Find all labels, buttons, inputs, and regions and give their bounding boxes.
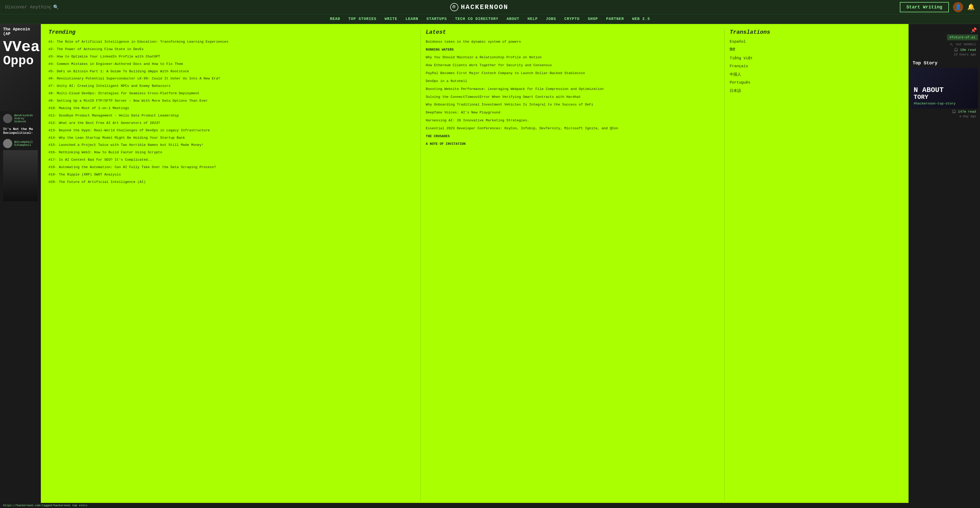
trending-item[interactable]: #17- Is AI Content Bad for SEO? It's Com… (48, 158, 415, 163)
top-story-image: N ABOUT TORY #hackernoon-top-story (911, 68, 978, 109)
trending-item[interactable]: #10- Making the Most of 1-on-1 Meetings (48, 106, 415, 111)
trending-item[interactable]: #3- How to Optimize Your LinkedIn Profil… (48, 54, 415, 59)
trending-item[interactable]: #2- The Power of Achieving Flow State in… (48, 47, 415, 52)
trending-item[interactable]: #19- The Ripple (XRP) SWOT Analysis (48, 173, 415, 177)
latest-item[interactable]: PayPal Becomes First Major Fintech Compa… (426, 71, 719, 76)
trending-item[interactable]: #18- Automating the Automation: Can AI F… (48, 165, 415, 170)
second-author-name: DJCampbell (14, 144, 33, 147)
trending-column: Trending #1- The Role of Artificial Inte… (48, 29, 420, 502)
translation-item[interactable]: Português (730, 80, 901, 85)
second-author-avatar[interactable] (3, 139, 12, 148)
latest-column: Latest Boldness takes in the dynamic sys… (420, 29, 724, 502)
pin-icon[interactable]: 📌 (970, 27, 977, 34)
latest-item[interactable]: Solving the ConnectTimeoutError When Ver… (426, 95, 719, 100)
search-area[interactable]: 🔍 (5, 4, 59, 10)
latest-item[interactable]: Deepfake Voices: AI's New Playground (426, 110, 719, 115)
search-input[interactable] (5, 5, 51, 10)
secondary-nav-item-crypto[interactable]: CRYPTO (564, 17, 579, 21)
secondary-nav-item-top-stories[interactable]: TOP STORIES (348, 17, 376, 21)
trending-item[interactable]: #13- Beyond the Hype: Real-World Challen… (48, 128, 415, 133)
latest-item[interactable]: Why Onboarding Traditional Investment Ve… (426, 102, 719, 107)
article-preview-title: It's Not the Ma Sociopolitical- (0, 126, 41, 136)
latest-item[interactable]: Why You Should Maintain a Relationship P… (426, 55, 719, 60)
translation-items-list: EspañolहिंदीTiếng ViệtFrançais中国人Portugu… (730, 40, 901, 93)
search-icon[interactable]: 🔍 (53, 4, 59, 10)
article-preview-text: It's Not the Ma Sociopolitical- (3, 127, 38, 135)
secondary-nav-item-web-2.5[interactable]: WEB 2.5 (632, 17, 650, 21)
trending-item[interactable]: #7- Unity AI: Creating Intelligent NPCs … (48, 84, 415, 89)
secondary-nav-item-help[interactable]: HELP (528, 17, 538, 21)
oppo-text: Oppo (3, 55, 34, 67)
trending-item[interactable]: #6- Revolutionary Potential Superconduct… (48, 77, 415, 81)
secondary-nav-item-tech-co-directory[interactable]: TECH CO DIRECTORY (455, 17, 498, 21)
trending-item[interactable]: #1- The Role of Artificial Intelligence … (48, 40, 415, 45)
translation-item[interactable]: 日本語 (730, 88, 901, 93)
author-name: Andrey Didovsk (14, 117, 38, 123)
latest-item[interactable]: Boldness takes in the dynamic system of … (426, 40, 719, 45)
main-container: The Apecoin (AP VVeak Oppo @andreydido A… (0, 24, 980, 506)
time-ago: 13 hours ago (911, 53, 978, 59)
latest-item[interactable]: Harnessing AI: 28 Innovative Marketing S… (426, 118, 719, 123)
trending-title: Trending (48, 29, 415, 35)
secondary-navigation: READTOP STORIESWRITELEARNSTARTUPSTECH CO… (0, 14, 980, 24)
second-story-image (3, 150, 38, 201)
secondary-nav-item-partner[interactable]: PARTNER (606, 17, 624, 21)
trending-item[interactable]: #5- DeFi on Bitcoin Part 1: A Guide To B… (48, 69, 415, 74)
trending-item[interactable]: #9- Setting Up a MinIO FTP/SFTP Server –… (48, 99, 415, 104)
trending-item[interactable]: #20- The Future of Artificial Intelligen… (48, 180, 415, 185)
translation-item[interactable]: Español (730, 40, 901, 44)
secondary-nav-item-startups[interactable]: STARTUPS (426, 17, 447, 21)
read-time: 🎧 10m read (911, 47, 978, 53)
latest-item[interactable]: Essential 2023 Developer Conferences: Ox… (426, 126, 719, 131)
translation-item[interactable]: 中国人 (730, 72, 901, 77)
translation-item[interactable]: Français (730, 64, 901, 69)
secondary-nav-item-write[interactable]: WRITE (385, 17, 397, 21)
model-text: o, our model) (948, 42, 978, 47)
latest-item[interactable]: A NOTE OF INVITATION (426, 142, 719, 146)
status-bar: https://hackernoon.com/tagged/hackernoon… (0, 503, 980, 506)
trending-item[interactable]: #16- Rethinking Web3: How to Build Faste… (48, 150, 415, 155)
secondary-nav-item-jobs[interactable]: JOBS (546, 17, 556, 21)
secondary-nav-item-read[interactable]: READ (330, 17, 340, 21)
secondary-nav-item-learn[interactable]: LEARN (406, 17, 418, 21)
secondary-nav-item-shop[interactable]: SHOP (588, 17, 598, 21)
author-avatar[interactable] (3, 114, 12, 123)
translation-item[interactable]: हिंदी (730, 48, 901, 52)
top-navigation: 🔍 ⏱ HACKERNOON Start Writing 👤 🔔 (0, 0, 980, 14)
pin-icon-area: 📌 (911, 26, 978, 35)
status-url: https://hackernoon.com/tagged/hackernoon… (3, 504, 87, 506)
right-nav-area: Start Writing 👤 🔔 (900, 2, 975, 12)
sidebar-story-title: The Apecoin (AP (3, 27, 38, 36)
trending-item[interactable]: #8- Multi-Cloud DevOps: Strategies for S… (48, 91, 415, 96)
second-author-section: @djcampbell DJCampbell (0, 136, 41, 204)
sidebar-story-image: The Apecoin (AP VVeak Oppo (0, 24, 41, 111)
trending-item[interactable]: #15- Launched a Project Twice with Two H… (48, 143, 415, 148)
author-handle: @andreydido (14, 114, 38, 117)
trending-items-list: #1- The Role of Artificial Intelligence … (48, 40, 415, 185)
second-author-row: @djcampbell DJCampbell (3, 139, 38, 148)
top-story-tag[interactable]: #hackernoon-top-story (914, 102, 975, 105)
translation-item[interactable]: Tiếng Việt (730, 56, 901, 61)
trending-item[interactable]: #12- What are the Best Free AI Art Gener… (48, 121, 415, 126)
logo-area[interactable]: ⏱ HACKERNOON (450, 3, 508, 11)
latest-item[interactable]: RUNNING WATERS (426, 48, 719, 52)
secondary-nav-item-about[interactable]: ABOUT (507, 17, 519, 21)
logo-icon: ⏱ (450, 3, 458, 11)
start-writing-button[interactable]: Start Writing (900, 2, 949, 12)
top-story-label: Top Story (911, 59, 978, 68)
latest-item[interactable]: Boosting Website Performance: Leveraging… (426, 87, 719, 92)
latest-item[interactable]: DevOps in a Nutshell (426, 79, 719, 84)
future-ai-tag[interactable]: #future-of-ai (947, 35, 978, 40)
notification-bell-icon[interactable]: 🔔 (967, 3, 975, 11)
trending-item[interactable]: #11- Goodbye Product Management - Hello … (48, 113, 415, 118)
second-author-handle: @djcampbell (14, 141, 33, 144)
latest-item[interactable]: How Ethereum Clients Work Together for S… (426, 63, 719, 68)
right-time-ago: a day ago (911, 115, 978, 118)
latest-item[interactable]: THE CRUSADES (426, 134, 719, 139)
translations-column: Translations EspañolहिंदीTiếng ViệtFranç… (724, 29, 901, 502)
trending-item[interactable]: #14- Why the Lean Startup Model Might Be… (48, 136, 415, 141)
logo-text: HACKERNOON (461, 3, 508, 11)
avatar[interactable]: 👤 (953, 2, 963, 12)
trending-item[interactable]: #4- Common Mistakes in Engineer-Authored… (48, 62, 415, 67)
translations-title: Translations (730, 29, 901, 35)
